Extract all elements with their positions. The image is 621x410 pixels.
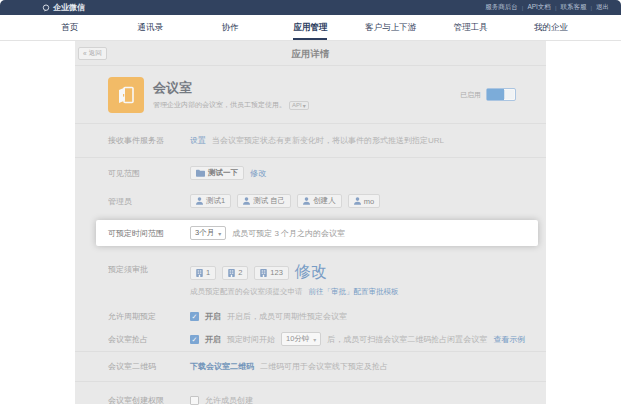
toggle-fill bbox=[487, 89, 504, 100]
row-visible-range: 可见范围 测试一下 修改 bbox=[75, 158, 546, 188]
app-description: 管理企业内部的会议室，供员工预定使用。 bbox=[153, 100, 286, 110]
page-title: 应用详情 bbox=[75, 41, 546, 66]
check-icon: ✓ bbox=[192, 312, 198, 321]
meeting-room-app-icon bbox=[108, 77, 144, 113]
modify-link[interactable]: 修改 bbox=[250, 168, 266, 179]
row-label: 可预定时间范围 bbox=[108, 228, 190, 239]
main-nav: 首页 通讯录 协作 应用管理 客户与上下游 管理工具 我的企业 bbox=[0, 15, 621, 41]
contact-support-link[interactable]: 联系客服 bbox=[560, 3, 586, 12]
seize-post-text: 后，成员可扫描会议室二维码抢占闲置会议室 bbox=[327, 334, 487, 345]
room-tag[interactable]: 2 bbox=[222, 266, 248, 280]
row-recurring-booking: 允许周期预定 ✓ 开启 开启后，成员可周期性预定会议室 bbox=[75, 305, 546, 327]
topbar: 企业微信 服务商后台 | API文档 | 联系客服 | 退出 bbox=[0, 0, 621, 15]
building-icon bbox=[228, 269, 235, 277]
divider: | bbox=[590, 5, 592, 11]
row-create-permission: 会议室创建权限 允许成员创建 bbox=[75, 381, 546, 410]
row-label: 会议室创建权限 bbox=[108, 395, 190, 406]
booking-window-select-value: 3个月 bbox=[195, 228, 214, 238]
app-description-row: 管理企业内部的会议室，供员工预定使用。 API ▾ bbox=[153, 100, 309, 110]
caret-down-icon: ▾ bbox=[218, 230, 221, 237]
back-button[interactable]: « 返回 bbox=[78, 47, 107, 60]
row-label: 会议室二维码 bbox=[108, 361, 190, 372]
divider: | bbox=[522, 5, 524, 11]
seize-delay-value: 10分钟 bbox=[286, 334, 309, 344]
admin-tag-label: 测试 自己 bbox=[253, 196, 285, 206]
status-label: 已启用 bbox=[460, 90, 481, 100]
row-desc: 成员预定配置的会议室须提交申请 bbox=[190, 287, 303, 297]
row-event-server: 接收事件服务器 设置 当会议室预定状态有更新变化时，将以事件的形式推送到指定UR… bbox=[75, 124, 546, 158]
enable-toggle[interactable] bbox=[486, 88, 516, 101]
row-desc: 成员可预定 3 个月之内的会议室 bbox=[232, 228, 345, 239]
row-desc: 当会议室预定状态有更新变化时，将以事件的形式推送到指定URL bbox=[212, 135, 444, 146]
wecom-logo[interactable]: 企业微信 bbox=[42, 2, 85, 13]
room-tag[interactable]: 123 bbox=[254, 266, 289, 280]
room-tag[interactable]: 1 bbox=[190, 266, 216, 280]
topbar-links: 服务商后台 | API文档 | 联系客服 | 退出 bbox=[485, 3, 609, 12]
nav-item-contacts[interactable]: 通讯录 bbox=[110, 15, 190, 40]
enabled-word: 开启 bbox=[205, 334, 221, 345]
building-icon bbox=[196, 269, 203, 277]
check-icon: ✓ bbox=[192, 335, 198, 344]
goto-approval-template-link[interactable]: 前往「审批」配置审批模板 bbox=[309, 287, 399, 297]
checkbox-label: 允许成员创建 bbox=[205, 395, 253, 406]
app-status-area: 已启用 bbox=[460, 88, 516, 101]
building-icon bbox=[260, 269, 267, 277]
person-icon bbox=[196, 197, 203, 205]
room-tag-label: 123 bbox=[270, 268, 283, 277]
recurring-checkbox[interactable]: ✓ bbox=[190, 312, 199, 321]
download-qrcode-link[interactable]: 下载会议室二维码 bbox=[190, 361, 254, 372]
seize-checkbox[interactable]: ✓ bbox=[190, 335, 199, 344]
admin-tag[interactable]: mo bbox=[348, 194, 380, 208]
row-label: 允许周期预定 bbox=[108, 311, 190, 322]
nav-item-collaboration[interactable]: 协作 bbox=[190, 15, 270, 40]
row-booking-window-highlighted: 可预定时间范围 3个月 ▾ 成员可预定 3 个月之内的会议室 bbox=[96, 220, 538, 246]
app-detail-panel: « 返回 应用详情 会议室 管理企业内部的会议室，供员工预定使用。 API ▾ bbox=[75, 41, 546, 404]
caret-down-icon: ▾ bbox=[303, 102, 306, 109]
allow-members-create-checkbox[interactable] bbox=[190, 396, 199, 405]
app-header-card: 会议室 管理企业内部的会议室，供员工预定使用。 API ▾ 已启用 bbox=[75, 66, 546, 124]
divider: | bbox=[555, 5, 557, 11]
view-example-link[interactable]: 查看示例 bbox=[493, 334, 525, 345]
panel-header: « 返回 应用详情 bbox=[75, 41, 546, 66]
room-tag-label: 2 bbox=[238, 268, 242, 277]
logout-link[interactable]: 退出 bbox=[596, 3, 609, 12]
provider-console-link[interactable]: 服务商后台 bbox=[485, 3, 518, 12]
back-button-label: 返回 bbox=[89, 49, 102, 58]
app-info: 会议室 管理企业内部的会议室，供员工预定使用。 API ▾ bbox=[153, 79, 309, 110]
admin-tag[interactable]: 创建人 bbox=[297, 194, 342, 208]
api-tag[interactable]: API ▾ bbox=[289, 101, 309, 110]
row-qrcode: 会议室二维码 下载会议室二维码 二维码可用于会议室线下预定及抢占 bbox=[75, 351, 546, 381]
row-label: 预定须审批 bbox=[108, 262, 190, 275]
seize-delay-select[interactable]: 10分钟 ▾ bbox=[281, 332, 321, 346]
wecom-logo-icon bbox=[42, 4, 50, 12]
nav-item-app-management[interactable]: 应用管理 bbox=[270, 15, 350, 40]
row-admins: 管理员 测试1 测试 自己 创建人 mo bbox=[75, 188, 546, 214]
admin-tag[interactable]: 测试1 bbox=[190, 194, 231, 208]
nav-item-home[interactable]: 首页 bbox=[30, 15, 110, 40]
nav-item-my-company[interactable]: 我的企业 bbox=[511, 15, 591, 40]
folder-icon bbox=[196, 169, 205, 177]
admin-tag-label: 创建人 bbox=[313, 196, 336, 206]
booking-window-select[interactable]: 3个月 ▾ bbox=[190, 226, 226, 240]
caret-down-icon: ▾ bbox=[313, 336, 316, 343]
seize-pre-text: 预定时间开始 bbox=[227, 334, 275, 345]
back-arrow-icon: « bbox=[83, 50, 87, 57]
nav-item-admin-tools[interactable]: 管理工具 bbox=[431, 15, 511, 40]
row-label: 接收事件服务器 bbox=[108, 135, 190, 146]
row-desc: 开启后，成员可周期性预定会议室 bbox=[227, 311, 347, 322]
admin-tag[interactable]: 测试 自己 bbox=[237, 194, 291, 208]
person-icon bbox=[354, 197, 361, 205]
api-docs-link[interactable]: API文档 bbox=[527, 3, 550, 12]
enabled-word: 开启 bbox=[205, 311, 221, 322]
modify-link[interactable]: 修改 bbox=[295, 262, 327, 283]
app-name: 会议室 bbox=[153, 79, 309, 97]
nav-item-customers[interactable]: 客户与上下游 bbox=[351, 15, 431, 40]
admin-tag-label: 测试1 bbox=[206, 196, 225, 206]
admin-tag-label: mo bbox=[364, 197, 374, 206]
person-icon bbox=[243, 197, 250, 205]
wecom-logo-text: 企业微信 bbox=[53, 2, 85, 13]
department-tag-label: 测试一下 bbox=[208, 168, 238, 178]
settings-link[interactable]: 设置 bbox=[190, 135, 206, 146]
row-label: 会议室抢占 bbox=[108, 334, 190, 345]
department-tag[interactable]: 测试一下 bbox=[190, 166, 244, 180]
